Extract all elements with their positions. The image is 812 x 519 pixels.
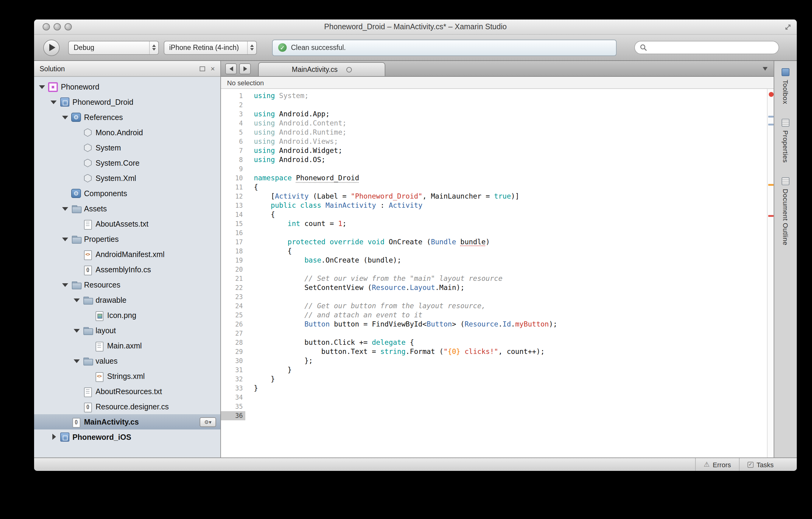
tree-item-references[interactable]: References [34,110,220,125]
code-line[interactable]: 13 public class MainActivity : Activity [221,201,767,210]
code-line[interactable]: 34 [221,393,767,402]
tree-item-layout[interactable]: layout [34,323,220,338]
expander-down-icon[interactable] [62,114,69,120]
expander-down-icon[interactable] [62,205,69,212]
expander-down-icon[interactable] [51,99,57,105]
close-pane-button[interactable]: × [211,65,215,72]
tree-item-aboutassets-txt[interactable]: AboutAssets.txt [34,216,220,231]
dock-tab-properties[interactable]: Properties [782,119,789,163]
code-line[interactable]: 14 { [221,210,767,219]
tree-item-properties[interactable]: Properties [34,231,220,247]
code-line[interactable]: 11{ [221,183,767,192]
tree-item-main-axml[interactable]: Main.axml [34,338,220,353]
code-line[interactable]: 30 }; [221,356,767,365]
tab-list-dropdown-icon[interactable] [763,67,767,71]
errors-button[interactable]: ⚠ Errors [695,458,739,471]
code-line[interactable]: 26 Button button = FindViewById<Button> … [221,320,767,329]
tab-mainactivity-cs[interactable]: MainActivity.cs [258,62,385,76]
line-number: 6 [221,137,245,146]
item-options-button[interactable]: ⚙▾ [200,417,216,427]
toolbox-icon [782,68,789,76]
tree-item-phoneword-ios[interactable]: Phoneword_iOS [34,430,220,445]
code-line[interactable]: 5using Android.Runtime; [221,128,767,137]
code-line[interactable]: 28 button.Click += delegate { [221,338,767,347]
dock-pane-button[interactable] [200,66,205,71]
expander-down-icon[interactable] [74,327,80,334]
code-line[interactable]: 22 SetContentView (Resource.Layout.Main)… [221,283,767,292]
navigate-forward-button[interactable] [239,63,251,74]
code-line[interactable]: 12 [Activity (Label = "Phoneword_Droid",… [221,192,767,201]
code-line[interactable]: 21 // Set our view from the "main" layou… [221,274,767,283]
tree-item-mono-android[interactable]: Mono.Android [34,125,220,140]
code-line[interactable]: 32 } [221,375,767,384]
code-line[interactable]: 15 int count = 1; [221,219,767,228]
expander-right-icon[interactable] [51,434,57,440]
tree-item-icon-png[interactable]: Icon.png [34,308,220,323]
code-line[interactable]: 36 [221,411,767,420]
code-line[interactable]: 25 // and attach an event to it [221,311,767,320]
build-status-message: Clean successful. [291,44,346,51]
tree-item-aboutresources-txt[interactable]: AboutResources.txt [34,384,220,399]
code-line[interactable]: 8using Android.OS; [221,155,767,164]
search-input[interactable] [650,44,774,51]
code-line[interactable]: 16 [221,228,767,238]
code-line[interactable]: 4using Android.Content; [221,119,767,128]
tree-item-assets[interactable]: Assets [34,201,220,216]
code-line[interactable]: 29 button.Text = string.Format ("{0} cli… [221,347,767,356]
tree-item-components[interactable]: Components [34,186,220,201]
tree-item-phoneword[interactable]: Phoneword [34,79,220,94]
code-line[interactable]: 9 [221,164,767,173]
tree-item-androidmanifest-xml[interactable]: <>AndroidManifest.xml [34,247,220,262]
tree-item-system[interactable]: System [34,140,220,155]
dock-tab-document-outline[interactable]: Document Outline [782,177,789,245]
close-tab-icon[interactable] [346,67,351,72]
title-bar[interactable]: Phoneword_Droid – MainActivity.cs* – Xam… [34,20,797,35]
tree-item-mainactivity-cs[interactable]: {}MainActivity.cs⚙▾ [34,414,220,430]
tree-item-label: Components [84,189,127,198]
zoom-window-button[interactable] [64,23,72,30]
code-line[interactable]: 27 [221,329,767,338]
tree-item-values[interactable]: values [34,353,220,368]
code-line[interactable]: 2 [221,101,767,110]
minimize-window-button[interactable] [54,23,61,30]
device-selector[interactable]: iPhone Retina (4-inch) [164,40,257,55]
expander-down-icon[interactable] [62,236,69,242]
code-editor[interactable]: 1using System;23using Android.App;4using… [221,89,767,458]
tree-item-label: System.Xml [95,174,136,183]
tree-item-assemblyinfo-cs[interactable]: {}AssemblyInfo.cs [34,262,220,277]
expander-down-icon[interactable] [74,297,80,303]
code-line[interactable]: 18 { [221,247,767,256]
tree-item-label: Phoneword_iOS [72,433,131,441]
tree-item-phoneword-droid[interactable]: Phoneword_Droid [34,94,220,110]
code-line[interactable]: 3using Android.App; [221,110,767,119]
code-line[interactable]: 33} [221,384,767,393]
dock-tab-toolbox[interactable]: Toolbox [782,68,789,104]
code-line[interactable]: 24 // Get our button from the layout res… [221,302,767,311]
run-button[interactable] [43,39,60,56]
code-line[interactable]: 35 [221,402,767,411]
search-field[interactable] [634,41,779,54]
navigate-back-button[interactable] [225,63,237,74]
close-window-button[interactable] [42,23,50,30]
tree-item-system-core[interactable]: System.Core [34,155,220,170]
expander-down-icon[interactable] [39,83,46,90]
tasks-button[interactable]: ✓ Tasks [739,458,782,471]
code-line[interactable]: 31 } [221,365,767,375]
code-line[interactable]: 23 [221,292,767,302]
expander-down-icon[interactable] [62,281,69,288]
code-line[interactable]: 20 [221,265,767,274]
tree-item-resources[interactable]: Resources [34,277,220,292]
tree-item-drawable[interactable]: drawable [34,292,220,308]
tree-item-resource-designer-cs[interactable]: {}Resource.designer.cs [34,399,220,414]
code-line[interactable]: 1using System; [221,91,767,101]
resize-window-icon[interactable] [785,24,791,30]
code-line[interactable]: 10namespace Phoneword_Droid [221,173,767,183]
code-line[interactable]: 17 protected override void OnCreate (Bun… [221,238,767,247]
code-line[interactable]: 6using Android.Views; [221,137,767,146]
code-line[interactable]: 19 base.OnCreate (bundle); [221,256,767,265]
expander-down-icon[interactable] [74,358,80,364]
code-line[interactable]: 7using Android.Widget; [221,146,767,155]
configuration-selector[interactable]: Debug [68,40,159,55]
tree-item-strings-xml[interactable]: <>Strings.xml [34,368,220,384]
tree-item-system-xml[interactable]: System.Xml [34,170,220,186]
